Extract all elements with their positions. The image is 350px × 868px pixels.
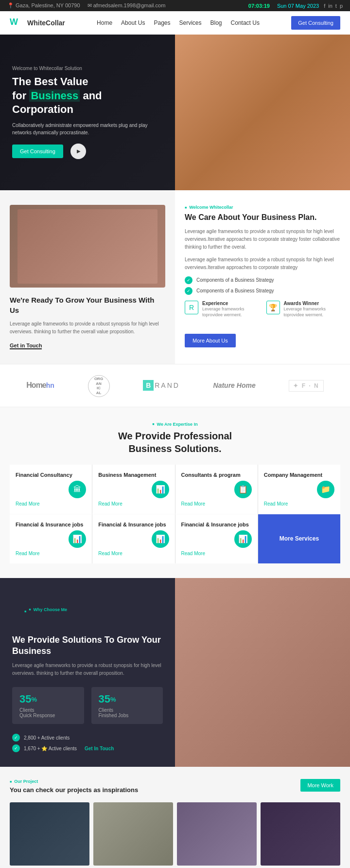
- service-card-1: Financial Consultancy 🏛 Read More: [10, 465, 92, 514]
- facebook-icon[interactable]: f: [324, 3, 325, 9]
- why-description: Leverage agile frameworks to provide a r…: [12, 662, 163, 677]
- service-link-6[interactable]: Read More: [98, 551, 169, 556]
- hero-subtitle: Welcome to Whitecollar Solution: [12, 66, 163, 71]
- service-card-7: Financial & Insurance jobs 📊 Read More: [175, 514, 258, 563]
- about-right-heading: We Care About Your Business Plan.: [185, 213, 340, 223]
- nav-blog[interactable]: Blog: [210, 19, 222, 26]
- brand-brand: BRAND: [143, 381, 180, 389]
- nav-services[interactable]: Services: [179, 19, 202, 26]
- service-icon-6: 📊: [152, 530, 169, 548]
- project-item-3[interactable]: [177, 802, 257, 866]
- experience-item: R Experience Leverage frameworks toprovi…: [185, 301, 259, 323]
- service-link-5[interactable]: Read More: [16, 551, 86, 556]
- services-section: We Are Expertise In We Provide Professio…: [0, 407, 350, 578]
- more-work-button[interactable]: More Work: [300, 779, 340, 792]
- service-link-7[interactable]: Read More: [181, 551, 252, 556]
- projects-grid: [10, 802, 340, 866]
- project-item-4[interactable]: [261, 802, 340, 866]
- services-tag: We Are Expertise In: [10, 422, 340, 427]
- check-list: ✓ Components of a Business Strategy ✓ Co…: [185, 276, 340, 295]
- top-bar-right: 07:03:19 Sun 07 May 2023 f in t p: [248, 3, 343, 9]
- awards-item: 🏆 Awards Winner Leverage frameworks topr…: [266, 301, 341, 323]
- service-card-4: Company Management 📁 Read More: [258, 465, 340, 514]
- get-in-touch-link[interactable]: Get in Touch: [10, 343, 42, 349]
- nav-links: Home About Us Pages Services Blog Contac…: [97, 19, 260, 26]
- service-link-1[interactable]: Read More: [16, 501, 86, 506]
- day-date: Sun 07 May 2023: [277, 3, 319, 9]
- brands-section: Homehn ORGANICAL BRAND Nature Home ✦ F ·…: [0, 364, 350, 407]
- project-item-1[interactable]: [10, 802, 89, 866]
- stat-1: 35% ClientsQuick Response: [12, 687, 84, 724]
- get-in-touch-button[interactable]: Get In Touch: [85, 746, 114, 751]
- service-icon-1: 🏛: [69, 481, 86, 498]
- hero-right-overlay: [175, 35, 350, 190]
- check-item-2: ✓ Components of a Business Strategy: [185, 287, 340, 295]
- nav-home[interactable]: Home: [97, 19, 112, 26]
- about-left-description: Leverage agile frameworks to provide a r…: [10, 320, 165, 336]
- hero-image: [175, 35, 350, 190]
- pinterest-icon[interactable]: p: [340, 3, 343, 9]
- service-card-6: Financial & Insurance jobs 📊 Read More: [92, 514, 175, 563]
- service-link-2[interactable]: Read More: [98, 501, 169, 506]
- why-section: Why Choose Me We Provide Solutions To Gr…: [0, 578, 350, 767]
- service-name-7: Financial & Insurance jobs: [181, 522, 252, 527]
- hero-actions: Get Consulting: [12, 144, 163, 159]
- why-check-2: ✓: [12, 744, 20, 752]
- projects-header-left: Our Project You can check our projects a…: [10, 779, 138, 795]
- experience-icon: R: [185, 301, 198, 314]
- service-icon-5: 📊: [69, 530, 86, 548]
- services-grid-row2: Financial & Insurance jobs 📊 Read More F…: [10, 514, 340, 563]
- email: ✉ afmedsalem.1998@gmail.com: [88, 2, 166, 9]
- service-card-5: Financial & Insurance jobs 📊 Read More: [10, 514, 92, 563]
- why-check-1: ✓: [12, 734, 20, 741]
- more-services-button[interactable]: More Services: [258, 514, 340, 563]
- service-name-3: Consultants & program: [181, 472, 252, 478]
- brand-organic: ORGANICAL: [88, 374, 110, 397]
- check-icon-1: ✓: [185, 276, 192, 284]
- projects-header: Our Project You can check our projects a…: [10, 779, 340, 795]
- about-image-inner: [18, 209, 158, 284]
- awards-row: R Experience Leverage frameworks toprovi…: [185, 301, 340, 323]
- hero-section: Welcome to Whitecollar Solution The Best…: [0, 35, 350, 190]
- play-button[interactable]: [70, 144, 86, 159]
- hero-cta-button[interactable]: Get Consulting: [12, 145, 63, 158]
- projects-section: Our Project You can check our projects a…: [0, 767, 350, 868]
- about-tag: Welcome Whitecollar: [185, 205, 340, 210]
- why-badge-2: ✓ 1,670 + ⭐ Active clients Get In Touch: [12, 744, 163, 752]
- projects-heading: You can check our projects as inspiratio…: [10, 786, 138, 795]
- get-consulting-button[interactable]: Get Consulting: [291, 16, 340, 30]
- nav-pages[interactable]: Pages: [154, 19, 170, 26]
- experience-text: Experience Leverage frameworks toprovide…: [202, 301, 259, 323]
- hero-right: [175, 35, 350, 190]
- stats-row: 35% ClientsQuick Response 35% ClientsFin…: [12, 687, 163, 724]
- about-image: [10, 205, 165, 288]
- service-name-6: Financial & Insurance jobs: [98, 522, 169, 527]
- stat-2: 35% ClientsFinished Jobs: [91, 687, 163, 724]
- projects-tag: Our Project: [10, 779, 138, 784]
- more-about-button[interactable]: More About Us: [185, 334, 236, 347]
- nav-about[interactable]: About Us: [121, 19, 145, 26]
- clock: 07:03:19: [248, 3, 270, 9]
- service-link-3[interactable]: Read More: [181, 501, 252, 506]
- instagram-icon[interactable]: in: [328, 3, 332, 9]
- nav-contact[interactable]: Contact Us: [231, 19, 260, 26]
- logo[interactable]: WhiteCollar: [10, 17, 65, 29]
- service-name-2: Business Management: [98, 472, 169, 478]
- hero-description: Collaboratively administrate empowered m…: [12, 122, 163, 136]
- logo-text: WhiteCollar: [27, 19, 65, 27]
- service-name-5: Financial & Insurance jobs: [16, 522, 86, 527]
- services-heading: We Provide Professional Business Solutio…: [10, 430, 340, 455]
- check-item-1: ✓ Components of a Business Strategy: [185, 276, 340, 284]
- project-item-2[interactable]: [93, 802, 173, 866]
- service-name-4: Company Management: [264, 472, 334, 478]
- brand-fn: ✦ F · N: [289, 382, 323, 389]
- top-bar-left: 📍 Gaza, Palestine, NY 00790 ✉ afmedsalem…: [7, 2, 165, 9]
- social-icons: f in t p: [324, 3, 343, 9]
- about-left: We're Ready To Grow Your Business With U…: [0, 190, 175, 364]
- about-section: We're Ready To Grow Your Business With U…: [0, 190, 350, 364]
- awards-icon: 🏆: [266, 301, 280, 314]
- service-link-4[interactable]: Read More: [264, 501, 334, 506]
- services-header: We Are Expertise In We Provide Professio…: [10, 422, 340, 455]
- twitter-icon[interactable]: t: [335, 3, 337, 9]
- about-desc1: Leverage agile frameworks to provide a r…: [185, 228, 340, 251]
